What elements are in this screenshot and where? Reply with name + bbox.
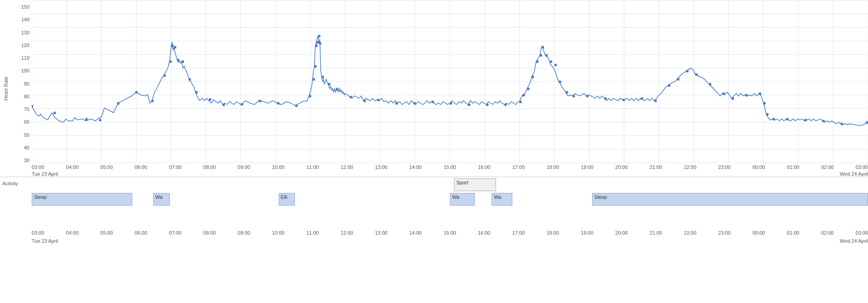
- activity-block-walk-2[interactable]: Wa: [450, 193, 475, 206]
- svg-rect-62: [450, 102, 452, 105]
- svg-rect-74: [550, 60, 552, 63]
- activity-x-axis-times: 03:00 04:00 05:00 06:00 07:00 08:00 09:0…: [32, 230, 868, 236]
- svg-rect-42: [241, 103, 243, 106]
- svg-rect-76: [559, 81, 561, 83]
- svg-rect-58: [377, 99, 379, 101]
- svg-rect-50: [316, 41, 318, 43]
- svg-rect-26: [53, 112, 56, 114]
- svg-rect-27: [85, 118, 87, 120]
- svg-rect-40: [209, 98, 211, 101]
- svg-rect-65: [504, 104, 506, 106]
- svg-rect-45: [295, 105, 298, 107]
- svg-rect-44: [277, 102, 280, 105]
- svg-rect-67: [523, 94, 525, 96]
- svg-rect-89: [723, 92, 725, 95]
- svg-rect-63: [468, 104, 470, 106]
- svg-rect-29: [117, 102, 120, 105]
- activity-block-walk-1[interactable]: Wa: [153, 193, 170, 206]
- svg-rect-41: [222, 104, 225, 106]
- activity-section: Activity Sport Sleep Wa Elli Wa: [0, 177, 868, 245]
- svg-rect-84: [668, 84, 670, 87]
- svg-rect-59: [395, 102, 398, 105]
- svg-rect-98: [823, 120, 825, 122]
- svg-rect-54: [328, 83, 330, 85]
- svg-rect-81: [622, 99, 625, 101]
- svg-rect-83: [654, 100, 656, 102]
- svg-rect-46: [309, 95, 311, 97]
- svg-rect-43: [259, 100, 261, 102]
- heart-rate-chart-area: 03:00 04:00 05:00 06:00 07:00 08:00 09:0…: [32, 0, 868, 177]
- svg-rect-36: [177, 59, 179, 61]
- svg-rect-35: [174, 46, 176, 48]
- svg-rect-37: [182, 60, 184, 63]
- svg-rect-28: [99, 119, 101, 121]
- chart-container: Heart Rate 150 140 130 120 110 100 90 80…: [0, 0, 868, 303]
- svg-rect-33: [169, 60, 172, 63]
- activity-block-elliptical[interactable]: Elli: [279, 193, 295, 206]
- activity-chart: Sport Sleep Wa Elli Wa Wa: [32, 177, 868, 245]
- svg-rect-79: [586, 95, 588, 97]
- svg-rect-93: [763, 102, 766, 105]
- svg-rect-30: [135, 91, 138, 93]
- svg-rect-53: [322, 76, 324, 78]
- svg-rect-51: [318, 35, 320, 37]
- svg-rect-60: [414, 102, 416, 105]
- activity-block-sleep-2[interactable]: Sleep: [592, 193, 868, 206]
- svg-rect-86: [686, 70, 689, 72]
- svg-rect-56: [350, 96, 352, 98]
- svg-rect-100: [866, 121, 868, 124]
- activity-block-walk-3[interactable]: Wa: [492, 193, 512, 206]
- svg-rect-88: [709, 83, 711, 85]
- svg-rect-64: [486, 104, 488, 106]
- sport-label: Sport: [456, 180, 468, 185]
- y-axis-label: Heart Rate: [0, 0, 14, 177]
- svg-rect-69: [532, 76, 534, 78]
- svg-rect-49: [315, 44, 318, 47]
- activity-x-axis-dates: Tue 23 April Wed 24 April: [32, 238, 868, 244]
- sport-tooltip-block[interactable]: Sport: [454, 178, 496, 191]
- svg-rect-77: [566, 91, 568, 93]
- svg-rect-82: [641, 97, 643, 100]
- svg-rect-68: [527, 88, 530, 90]
- svg-rect-94: [766, 113, 768, 115]
- svg-rect-73: [545, 54, 548, 57]
- activity-label: Activity: [0, 177, 32, 245]
- svg-rect-78: [573, 95, 575, 97]
- svg-rect-91: [745, 94, 747, 96]
- svg-rect-34: [171, 44, 174, 47]
- svg-rect-85: [677, 78, 680, 81]
- svg-rect-99: [841, 123, 843, 125]
- heart-rate-line: [32, 0, 868, 163]
- svg-rect-57: [363, 100, 366, 102]
- svg-rect-80: [604, 97, 607, 100]
- svg-rect-55: [336, 88, 338, 90]
- activity-date-right: Wed 24 April: [840, 238, 868, 244]
- svg-rect-48: [314, 65, 317, 67]
- activity-date-left: Tue 23 April: [32, 238, 58, 244]
- svg-rect-87: [695, 73, 698, 76]
- svg-rect-32: [164, 74, 166, 77]
- activity-block-sleep-1[interactable]: Sleep: [32, 193, 132, 206]
- y-axis: 150 140 130 120 110 100 90 80 70 60 50 4…: [14, 0, 32, 177]
- date-left: Tue 23 April: [32, 171, 58, 177]
- svg-rect-52: [319, 42, 321, 44]
- svg-rect-92: [759, 92, 761, 95]
- svg-rect-47: [313, 78, 315, 81]
- svg-rect-39: [195, 91, 198, 93]
- svg-rect-75: [555, 64, 557, 66]
- svg-rect-97: [805, 119, 807, 121]
- svg-rect-31: [151, 100, 154, 102]
- heart-rate-section: Heart Rate 150 140 130 120 110 100 90 80…: [0, 0, 868, 177]
- svg-rect-66: [519, 101, 521, 103]
- x-axis-dates: Tue 23 April Wed 24 April: [32, 171, 868, 177]
- x-axis-times: 03:00 04:00 05:00 06:00 07:00 08:00 09:0…: [32, 164, 868, 170]
- svg-rect-61: [432, 101, 434, 103]
- svg-rect-95: [772, 118, 775, 120]
- svg-rect-96: [786, 118, 788, 120]
- svg-rect-71: [540, 54, 542, 57]
- svg-rect-70: [536, 60, 539, 63]
- svg-rect-90: [732, 97, 734, 100]
- svg-rect-38: [188, 78, 191, 81]
- svg-rect-25: [32, 105, 33, 107]
- svg-rect-72: [542, 46, 544, 48]
